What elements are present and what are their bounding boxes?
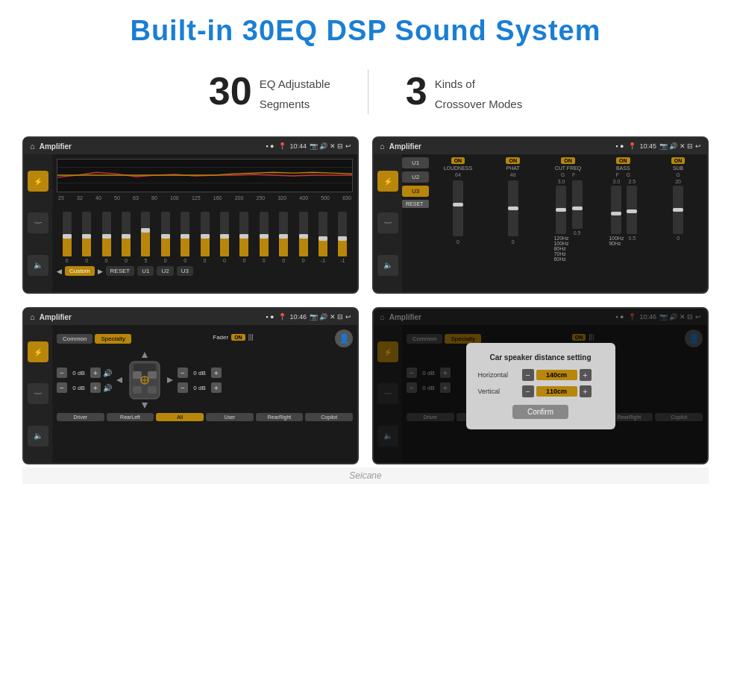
eq-slider-7[interactable]: 0: [196, 212, 213, 263]
speaker-btn-side2[interactable]: 🔈: [377, 255, 398, 276]
fader-row: Fader ON |||: [213, 333, 253, 341]
btn-all[interactable]: All: [156, 413, 204, 421]
eq-btn-custom[interactable]: Custom: [65, 266, 95, 276]
horizontal-label: Horizontal: [478, 371, 519, 379]
eq-btn-u2[interactable]: U2: [157, 266, 173, 276]
btn-user[interactable]: User: [206, 413, 254, 421]
reset-btn[interactable]: RESET: [402, 200, 429, 208]
eq-slider-1[interactable]: 0: [78, 212, 95, 263]
speaker-btn[interactable]: 🔈: [28, 255, 48, 276]
stat1-desc-line1: EQ Adjustable: [260, 76, 330, 92]
specialty-btn[interactable]: Specialty: [95, 334, 131, 344]
confirm-button[interactable]: Confirm: [512, 405, 568, 419]
eq-slider-13[interactable]: -1: [314, 212, 331, 263]
btn-copilot[interactable]: Copilot: [305, 413, 353, 421]
eq-slider-10[interactable]: 0: [255, 212, 272, 263]
horizontal-plus[interactable]: +: [580, 369, 592, 381]
svg-rect-11: [148, 371, 157, 379]
screen1-title: Amplifier: [40, 142, 262, 151]
eq-forward-arrow[interactable]: ▶: [98, 268, 103, 275]
eq-slider-9[interactable]: 0: [236, 212, 253, 263]
bass-on[interactable]: ON: [616, 157, 630, 164]
eq-btn-reset[interactable]: RESET: [106, 266, 135, 276]
vol-row-right-1: − 0 dB +: [178, 368, 222, 378]
speaker-layout: − 0 dB + 🔊 − 0 dB + 🔊: [57, 350, 353, 410]
stat2-desc-line2: Crossover Modes: [435, 96, 523, 112]
vol-minus-left-1[interactable]: −: [57, 368, 67, 378]
btn-rearright[interactable]: RearRight: [256, 413, 304, 421]
home-icon-1[interactable]: ⌂: [30, 142, 35, 151]
sub-slider[interactable]: [673, 186, 683, 234]
horizontal-minus[interactable]: −: [522, 369, 534, 381]
btn-driver[interactable]: Driver: [57, 413, 104, 421]
screen2-main: ON LOUDNESS 64 0 ON PHAT 48: [429, 154, 707, 292]
phat-on[interactable]: ON: [506, 157, 520, 164]
common-btn[interactable]: Common: [57, 334, 92, 344]
sub-on[interactable]: ON: [671, 157, 685, 164]
eq-back-arrow[interactable]: ◀: [57, 268, 62, 275]
eq-btn-side2[interactable]: ⚡: [377, 171, 398, 192]
brand-label: Seicane: [22, 467, 709, 484]
eq-slider-5[interactable]: 0: [157, 212, 174, 263]
vol-val-left-2: 0 dB: [69, 385, 88, 391]
cross-col-cutfreq: ON CUT FREQ G F 3.0 120Hz100Hz80Hz70Hz60…: [542, 157, 594, 289]
vol-minus-left-2[interactable]: −: [57, 382, 67, 393]
cutfreq-slider-f[interactable]: [572, 180, 583, 229]
eq-slider-14[interactable]: -1: [334, 212, 351, 263]
svg-rect-10: [133, 371, 142, 379]
dialog-horizontal-row: Horizontal − 140cm +: [478, 369, 603, 381]
eq-slider-12[interactable]: 0: [295, 212, 312, 263]
dialog-title: Car speaker distance setting: [478, 353, 603, 362]
vol-plus-right-2[interactable]: +: [211, 382, 222, 393]
cross-col-phat: ON PHAT 48 0: [487, 157, 539, 289]
eq-active-btn[interactable]: ⚡: [28, 171, 48, 192]
eq-btn-side3[interactable]: ⚡: [28, 341, 48, 362]
cutfreq-slider-g[interactable]: [556, 186, 566, 234]
svg-marker-7: [167, 377, 173, 383]
phat-slider[interactable]: [508, 180, 518, 236]
screen1-icons: ▪ ●: [266, 142, 274, 150]
eq-slider-6[interactable]: 0: [176, 212, 193, 263]
vol-plus-right-1[interactable]: +: [211, 368, 222, 378]
eq-slider-2[interactable]: 0: [98, 212, 115, 263]
screen3-title: Amplifier: [40, 313, 262, 321]
loudness-on[interactable]: ON: [451, 157, 465, 164]
eq-slider-4[interactable]: 5: [137, 212, 154, 263]
user-icon[interactable]: 👤: [335, 329, 353, 347]
screen3-time: 10:46: [289, 313, 307, 321]
vol-minus-right-2[interactable]: −: [178, 382, 188, 393]
cutfreq-on[interactable]: ON: [561, 157, 575, 164]
horizontal-value: 140cm: [536, 370, 577, 380]
u-preset-u2[interactable]: U2: [402, 171, 429, 183]
u-preset-u3[interactable]: U3: [402, 186, 429, 197]
cross-col-loudness: ON LOUDNESS 64 0: [432, 157, 484, 289]
wave-btn-side3[interactable]: 〰: [28, 383, 48, 404]
screen3-icons: ▪ ●: [266, 313, 274, 321]
screen1-side-panel: ⚡ 〰 🔈: [24, 154, 52, 292]
bass-slider-g[interactable]: [627, 186, 637, 234]
eq-btn-u1[interactable]: U1: [137, 266, 154, 276]
fader-state[interactable]: ON: [231, 334, 245, 341]
vol-plus-left-1[interactable]: +: [90, 368, 101, 378]
screen1-time: 10:44: [289, 142, 307, 150]
btn-rearleft[interactable]: RearLeft: [107, 413, 154, 421]
eq-slider-0[interactable]: 0: [58, 212, 75, 263]
eq-slider-11[interactable]: 0: [274, 212, 292, 263]
vertical-plus[interactable]: +: [580, 385, 592, 397]
home-icon-3[interactable]: ⌂: [30, 312, 35, 321]
vol-minus-right-1[interactable]: −: [178, 368, 188, 378]
bass-slider-f[interactable]: [611, 186, 621, 234]
eq-freq-labels: 253240506380100125160200250320400500630: [57, 195, 353, 201]
speaker-btn-side3[interactable]: 🔈: [28, 426, 48, 447]
vertical-minus[interactable]: −: [522, 385, 534, 397]
wave-btn-side2[interactable]: 〰: [377, 212, 398, 233]
u-preset-u1[interactable]: U1: [402, 157, 429, 168]
eq-btn-u3[interactable]: U3: [177, 266, 193, 276]
wave-btn[interactable]: 〰: [28, 212, 48, 233]
vol-plus-left-2[interactable]: +: [90, 382, 101, 393]
loudness-slider[interactable]: [453, 180, 463, 236]
eq-slider-3[interactable]: 0: [117, 212, 134, 263]
eq-slider-8[interactable]: 0: [216, 212, 233, 263]
stat2-number: 3: [406, 72, 427, 110]
home-icon-2[interactable]: ⌂: [380, 142, 385, 151]
